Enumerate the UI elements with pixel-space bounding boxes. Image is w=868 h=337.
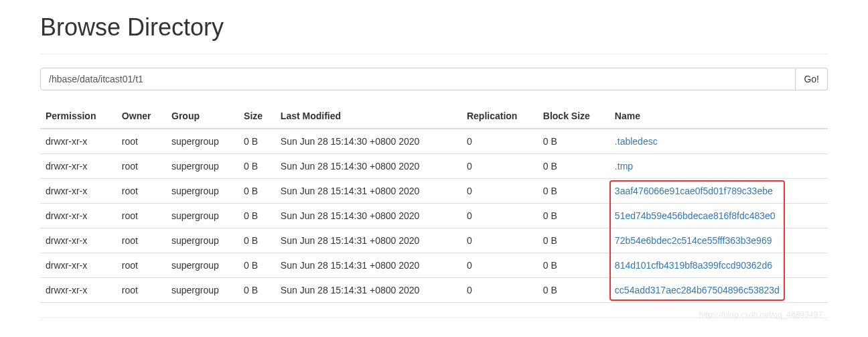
file-link[interactable]: cc54add317aec284b67504896c53823d bbox=[615, 285, 780, 295]
cell-name: .tmp bbox=[609, 154, 828, 179]
cell-group: supergroup bbox=[166, 253, 238, 278]
cell-name: 72b54e6bdec2c514ce55fff363b3e969 bbox=[609, 228, 828, 253]
cell-group: supergroup bbox=[166, 129, 238, 154]
cell-last_modified: Sun Jun 28 15:14:30 +0800 2020 bbox=[275, 204, 461, 228]
cell-owner: root bbox=[117, 278, 166, 303]
file-link[interactable]: 51ed74b59e456bdecae816f8fdc483e0 bbox=[615, 210, 776, 221]
cell-group: supergroup bbox=[166, 204, 238, 228]
table-wrapper: Permission Owner Group Size Last Modifie… bbox=[40, 104, 828, 318]
cell-block_size: 0 B bbox=[538, 204, 609, 228]
col-replication: Replication bbox=[461, 104, 538, 129]
table-row: drwxr-xr-xrootsupergroup0 BSun Jun 28 15… bbox=[40, 179, 828, 204]
cell-name: .tabledesc bbox=[609, 129, 828, 154]
cell-block_size: 0 B bbox=[538, 179, 609, 204]
cell-size: 0 B bbox=[238, 204, 275, 228]
cell-block_size: 0 B bbox=[538, 228, 609, 253]
cell-size: 0 B bbox=[238, 228, 275, 253]
cell-owner: root bbox=[117, 204, 166, 228]
col-permission: Permission bbox=[40, 104, 117, 129]
divider-bottom bbox=[40, 318, 828, 318]
cell-owner: root bbox=[117, 253, 166, 278]
cell-last_modified: Sun Jun 28 15:14:31 +0800 2020 bbox=[275, 253, 461, 278]
cell-permission: drwxr-xr-x bbox=[40, 154, 117, 179]
cell-replication: 0 bbox=[461, 179, 538, 204]
cell-name: 51ed74b59e456bdecae816f8fdc483e0 bbox=[609, 204, 828, 228]
cell-owner: root bbox=[117, 179, 166, 204]
table-row: drwxr-xr-xrootsupergroup0 BSun Jun 28 15… bbox=[40, 154, 828, 179]
cell-block_size: 0 B bbox=[538, 129, 609, 154]
cell-replication: 0 bbox=[461, 228, 538, 253]
cell-size: 0 B bbox=[238, 278, 275, 303]
cell-group: supergroup bbox=[166, 154, 238, 179]
table-row: drwxr-xr-xrootsupergroup0 BSun Jun 28 15… bbox=[40, 129, 828, 154]
cell-group: supergroup bbox=[166, 179, 238, 204]
file-link[interactable]: 3aaf476066e91cae0f5d01f789c33ebe bbox=[615, 186, 773, 196]
path-input-row: Go! bbox=[40, 68, 828, 90]
cell-last_modified: Sun Jun 28 15:14:30 +0800 2020 bbox=[275, 129, 461, 154]
cell-replication: 0 bbox=[461, 154, 538, 179]
cell-size: 0 B bbox=[238, 179, 275, 204]
cell-block_size: 0 B bbox=[538, 278, 609, 303]
cell-block_size: 0 B bbox=[538, 253, 609, 278]
col-block-size: Block Size bbox=[538, 104, 609, 129]
table-row: drwxr-xr-xrootsupergroup0 BSun Jun 28 15… bbox=[40, 253, 828, 278]
cell-replication: 0 bbox=[461, 204, 538, 228]
col-group: Group bbox=[166, 104, 238, 129]
cell-group: supergroup bbox=[166, 278, 238, 303]
cell-owner: root bbox=[117, 228, 166, 253]
cell-last_modified: Sun Jun 28 15:14:31 +0800 2020 bbox=[275, 278, 461, 303]
divider bbox=[40, 54, 828, 54]
table-row: drwxr-xr-xrootsupergroup0 BSun Jun 28 15… bbox=[40, 228, 828, 253]
cell-permission: drwxr-xr-x bbox=[40, 278, 117, 303]
cell-replication: 0 bbox=[461, 129, 538, 154]
cell-owner: root bbox=[117, 129, 166, 154]
cell-size: 0 B bbox=[238, 154, 275, 179]
col-size: Size bbox=[238, 104, 275, 129]
table-row: drwxr-xr-xrootsupergroup0 BSun Jun 28 15… bbox=[40, 278, 828, 303]
cell-last_modified: Sun Jun 28 15:14:30 +0800 2020 bbox=[275, 154, 461, 179]
cell-permission: drwxr-xr-x bbox=[40, 179, 117, 204]
page-title: Browse Directory bbox=[40, 13, 828, 42]
col-owner: Owner bbox=[117, 104, 166, 129]
cell-permission: drwxr-xr-x bbox=[40, 129, 117, 154]
path-input[interactable] bbox=[40, 68, 796, 90]
cell-size: 0 B bbox=[238, 253, 275, 278]
cell-last_modified: Sun Jun 28 15:14:31 +0800 2020 bbox=[275, 228, 461, 253]
cell-permission: drwxr-xr-x bbox=[40, 228, 117, 253]
cell-replication: 0 bbox=[461, 278, 538, 303]
cell-group: supergroup bbox=[166, 228, 238, 253]
go-button[interactable]: Go! bbox=[796, 68, 828, 90]
table-header-row: Permission Owner Group Size Last Modifie… bbox=[40, 104, 828, 129]
file-link[interactable]: .tmp bbox=[615, 161, 633, 172]
cell-block_size: 0 B bbox=[538, 154, 609, 179]
col-name: Name bbox=[609, 104, 828, 129]
cell-name: 3aaf476066e91cae0f5d01f789c33ebe bbox=[609, 179, 828, 204]
cell-name: cc54add317aec284b67504896c53823d bbox=[609, 278, 828, 303]
cell-size: 0 B bbox=[238, 129, 275, 154]
cell-permission: drwxr-xr-x bbox=[40, 204, 117, 228]
file-link[interactable]: 72b54e6bdec2c514ce55fff363b3e969 bbox=[615, 235, 772, 246]
table-row: drwxr-xr-xrootsupergroup0 BSun Jun 28 15… bbox=[40, 204, 828, 228]
col-last-modified: Last Modified bbox=[275, 104, 461, 129]
file-link[interactable]: 814d101cfb4319bf8a399fccd90362d6 bbox=[615, 260, 772, 271]
file-link[interactable]: .tabledesc bbox=[615, 136, 658, 147]
cell-permission: drwxr-xr-x bbox=[40, 253, 117, 278]
cell-last_modified: Sun Jun 28 15:14:31 +0800 2020 bbox=[275, 179, 461, 204]
cell-name: 814d101cfb4319bf8a399fccd90362d6 bbox=[609, 253, 828, 278]
cell-replication: 0 bbox=[461, 253, 538, 278]
cell-owner: root bbox=[117, 154, 166, 179]
directory-table: Permission Owner Group Size Last Modifie… bbox=[40, 104, 828, 303]
